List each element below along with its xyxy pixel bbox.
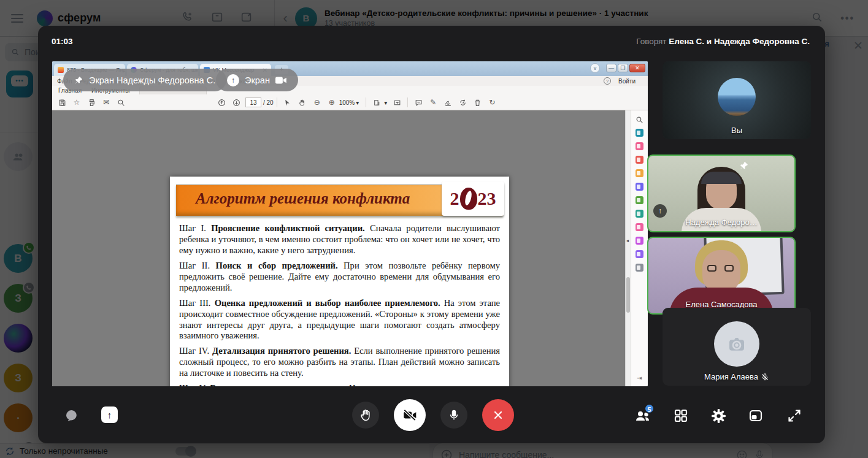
stamp-tool-icon[interactable]: [636, 250, 643, 258]
help-icon[interactable]: ?: [604, 77, 611, 85]
screen-share-arrow-icon: ↑: [227, 74, 239, 86]
grid-view-button[interactable]: [674, 408, 688, 426]
camera-placeholder-icon: [714, 321, 759, 367]
pelican-icon: [460, 188, 477, 210]
avatar: [718, 78, 756, 116]
participant-tile-you[interactable]: Вы: [663, 61, 811, 139]
participant-tile-nadezhda[interactable]: ↑ Надежда Федоро…: [647, 155, 796, 232]
organize-pages-icon[interactable]: [636, 142, 643, 150]
combine-files-icon[interactable]: [636, 183, 643, 191]
star-icon[interactable]: ☆: [69, 98, 84, 107]
fit-width-icon[interactable]: [369, 98, 384, 107]
participant-tile-maria[interactable]: Мария Алаева: [663, 308, 811, 386]
window-close-button[interactable]: ✕: [629, 64, 645, 72]
participant-name: Надежда Федоро…: [648, 218, 794, 227]
find-icon[interactable]: [113, 98, 128, 107]
mic-muted-icon: [761, 373, 769, 381]
pinned-screen-pill[interactable]: Экран Надежды Федоровна С.: [63, 69, 226, 91]
pdf-scrollbar[interactable]: [625, 110, 631, 386]
save-icon[interactable]: [55, 98, 69, 107]
page-down-icon[interactable]: [229, 98, 244, 107]
pencil-icon[interactable]: ✎: [426, 98, 440, 107]
grid-icon: [674, 408, 688, 423]
fit-page-icon[interactable]: [390, 98, 404, 107]
refresh-icon[interactable]: ↻: [485, 98, 499, 107]
page-number-input[interactable]: 13: [245, 97, 261, 107]
speaking-indicator: Говорят Елена С. и Надежда Федоровна С.: [636, 37, 810, 46]
login-button[interactable]: Войти: [618, 78, 636, 85]
comment-icon[interactable]: [411, 98, 426, 107]
select-cursor-icon[interactable]: [280, 98, 295, 107]
participant-tile-elena[interactable]: Елена Самосадова: [647, 237, 796, 315]
acrobat-tools-panel: ⇥: [631, 110, 648, 386]
stop-share-button[interactable]: ↑: [101, 406, 118, 423]
window-minimize-button[interactable]: —: [606, 64, 616, 72]
fill-sign-icon[interactable]: [636, 223, 643, 231]
panel-search-icon[interactable]: [636, 115, 643, 123]
presentation-slide: Алгоритм решения конфликта 223 Шаг I. Пр…: [170, 177, 509, 386]
end-call-button[interactable]: [482, 399, 514, 431]
participants-sidebar: Вы ↑ Надежда Федоро… Елена Самосадова: [663, 61, 811, 386]
more-tools-icon[interactable]: [636, 264, 643, 272]
mail-icon[interactable]: ✉: [99, 98, 113, 107]
expand-panel-icon[interactable]: ⇥: [637, 375, 642, 381]
browser-collapse-icon[interactable]: v: [590, 63, 600, 73]
trash-icon[interactable]: [470, 98, 485, 107]
picture-in-picture-icon: [748, 408, 763, 423]
microphone-button[interactable]: [440, 402, 467, 429]
send-sign-icon[interactable]: [455, 98, 470, 107]
panel-collapse-icon[interactable]: ◂: [626, 238, 629, 243]
pin-icon: [74, 75, 83, 85]
shared-screen[interactable]: 873 - Входящие — Яндекс.Почт✕ Сферум - д…: [52, 61, 648, 386]
window-maximize-button[interactable]: ❐: [618, 64, 628, 72]
raise-hand-button[interactable]: [352, 402, 379, 429]
hand-icon: [359, 408, 372, 422]
camera-icon[interactable]: [275, 76, 287, 85]
gear-icon: [711, 408, 726, 424]
sign-icon[interactable]: [440, 98, 455, 107]
slide-title: Алгоритм решения конфликта: [196, 190, 410, 207]
request-sign-icon[interactable]: [636, 237, 643, 245]
camera-toggle-button[interactable]: [394, 399, 426, 431]
slide-body-text: Шаг I. Прояснение конфликтной ситуации. …: [179, 223, 500, 386]
fullscreen-button[interactable]: [787, 408, 802, 426]
pin-icon: [739, 161, 749, 170]
zoom-in-icon[interactable]: ⊕: [325, 98, 339, 107]
participant-name: Вы: [663, 126, 811, 135]
mic-icon: [448, 409, 460, 421]
zoom-out-icon[interactable]: ⊖: [310, 98, 325, 107]
edit-pdf-icon[interactable]: [636, 196, 643, 204]
close-icon: [492, 409, 504, 421]
call-controls: ↑ 5: [38, 398, 825, 432]
convert-icon[interactable]: [636, 210, 643, 218]
zoom-level[interactable]: 100%: [339, 99, 355, 106]
settings-button[interactable]: [711, 408, 726, 426]
camera-off-icon: [402, 407, 418, 423]
fullscreen-icon: [787, 408, 802, 423]
slide-title-banner: Алгоритм решения конфликта 223: [176, 184, 503, 216]
hand-tool-icon[interactable]: [295, 98, 310, 107]
page-up-icon[interactable]: [214, 98, 229, 107]
export-pdf-icon[interactable]: [636, 129, 643, 137]
participants-button[interactable]: 5: [634, 408, 651, 426]
participants-count-badge: 5: [644, 403, 655, 414]
yandex-mail-icon: [58, 67, 64, 73]
sharing-badge-icon: ↑: [653, 204, 667, 218]
print-icon[interactable]: [84, 98, 99, 107]
comment-tool-icon[interactable]: [636, 169, 643, 177]
participant-name: Мария Алаева: [663, 372, 811, 381]
year-2023-logo: 223: [442, 181, 504, 216]
call-timer: 01:03: [52, 37, 73, 46]
pip-button[interactable]: [748, 408, 763, 426]
pdf-canvas: Алгоритм решения конфликта 223 Шаг I. Пр…: [52, 110, 625, 386]
page-total: / 20: [263, 99, 274, 106]
create-pdf-icon[interactable]: [636, 156, 643, 164]
chat-toggle-icon[interactable]: [64, 408, 79, 423]
call-window: 01:03 Говорят Елена С. и Надежда Федоров…: [38, 26, 825, 443]
screen-share-pill[interactable]: ↑ Экран: [216, 69, 298, 91]
acrobat-toolbar: ☆ ✉ 13 / 20 ⊖ ⊕ 100% ▾ ▾ ✎ ↻: [52, 95, 648, 110]
